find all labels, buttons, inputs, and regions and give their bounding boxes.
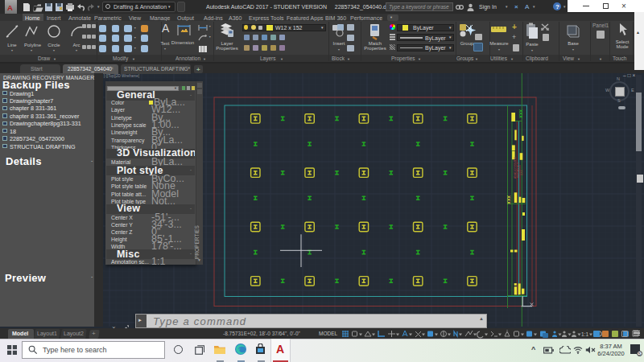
svg-text:XXX: XXX [506,195,511,204]
svg-text:XXX: XXX [520,169,523,175]
svg-text:XXX: XXX [518,109,523,118]
svg-text:1:1: 1:1 [581,331,588,337]
